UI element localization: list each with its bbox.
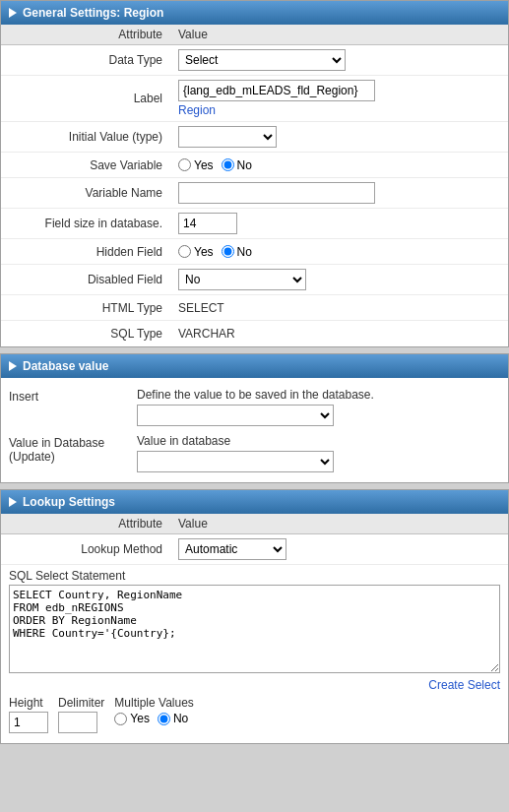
hidden-field-row: Hidden Field Yes No: [1, 239, 508, 265]
height-label: Height: [9, 696, 48, 710]
lookup-settings-body: Attribute Value Lookup Method Automatic …: [1, 514, 508, 743]
database-value-section: Database value Insert Define the value t…: [0, 353, 509, 483]
insert-label: Insert: [9, 388, 137, 404]
bottom-row: Height Delimiter Multiple Values Yes: [1, 692, 508, 737]
disabled-field-select[interactable]: No Yes: [178, 269, 306, 290]
lookup-method-col: Automatic Manual: [178, 538, 508, 560]
value-in-db-select[interactable]: [137, 451, 334, 472]
label-link[interactable]: Region: [178, 103, 216, 117]
save-variable-radio-group: Yes No: [178, 158, 500, 172]
lookup-attribute-col-header: Attribute: [1, 517, 178, 531]
general-settings-title: General Settings: Region: [23, 6, 163, 20]
database-value-title: Database value: [23, 359, 108, 373]
general-settings-header: General Settings: Region: [1, 1, 508, 25]
database-value-body: Insert Define the value to be saved in t…: [1, 378, 508, 482]
hidden-field-radio-group: Yes No: [178, 245, 500, 259]
field-size-label: Field size in database.: [1, 217, 178, 230]
lookup-method-row: Lookup Method Automatic Manual: [1, 534, 508, 565]
multiple-values-yes-label[interactable]: Yes: [114, 712, 150, 725]
insert-row: Insert Define the value to be saved in t…: [9, 384, 500, 430]
lookup-value-col-header: Value: [178, 517, 508, 531]
variable-name-input[interactable]: [178, 182, 375, 204]
attribute-col-header: Attribute: [1, 28, 178, 41]
field-size-col: [178, 213, 508, 234]
save-variable-label: Save Variable: [1, 158, 178, 172]
general-settings-section: General Settings: Region Attribute Value…: [0, 0, 509, 347]
data-type-label: Data Type: [1, 53, 178, 67]
multiple-values-col: Multiple Values Yes No: [114, 696, 193, 725]
lookup-expand-icon: [9, 497, 17, 507]
expand-icon: [9, 8, 17, 18]
html-type-label: HTML Type: [1, 301, 178, 315]
lookup-method-select[interactable]: Automatic Manual: [178, 538, 286, 560]
value-in-db-label: Value in Database (Update): [9, 434, 137, 464]
sql-type-row: SQL Type VARCHAR: [1, 321, 508, 346]
save-variable-row: Save Variable Yes No: [1, 153, 508, 178]
sql-type-col: VARCHAR: [178, 327, 508, 341]
initial-value-col: [178, 126, 508, 148]
field-size-row: Field size in database.: [1, 209, 508, 239]
delimiter-col: Delimiter: [58, 696, 104, 733]
label-label: Label: [1, 92, 178, 105]
sql-type-value: VARCHAR: [178, 327, 235, 341]
disabled-field-col: No Yes: [178, 269, 508, 290]
db-expand-icon: [9, 361, 17, 371]
variable-name-label: Variable Name: [1, 186, 178, 200]
hidden-field-label: Hidden Field: [1, 245, 178, 259]
variable-name-row: Variable Name: [1, 178, 508, 209]
data-type-value: Select Text Textarea Checkbox Radio Hidd…: [178, 49, 508, 71]
html-type-row: HTML Type SELECT: [1, 295, 508, 321]
lookup-settings-title: Lookup Settings: [23, 495, 115, 509]
sql-type-label: SQL Type: [1, 327, 178, 341]
multiple-values-no-label[interactable]: No: [158, 712, 188, 725]
delimiter-label: Delimiter: [58, 696, 104, 710]
multiple-values-yes-radio[interactable]: [114, 713, 127, 725]
lookup-col-headers: Attribute Value: [1, 514, 508, 534]
html-type-value: SELECT: [178, 301, 224, 315]
data-type-select[interactable]: Select Text Textarea Checkbox Radio Hidd…: [178, 49, 346, 71]
multiple-values-label: Multiple Values: [114, 696, 193, 710]
general-col-headers: Attribute Value: [1, 25, 508, 45]
initial-value-select[interactable]: [178, 126, 277, 148]
save-variable-no-radio[interactable]: [222, 158, 234, 171]
save-variable-col: Yes No: [178, 158, 508, 172]
sql-select-label-row: SQL Select Statement: [1, 565, 508, 585]
save-variable-yes-label[interactable]: Yes: [178, 158, 214, 172]
value-in-db-sublabel: Value in database: [137, 434, 500, 448]
initial-value-row: Initial Value (type): [1, 122, 508, 153]
variable-name-col: [178, 182, 508, 204]
delimiter-input[interactable]: [58, 712, 97, 733]
hidden-field-no-radio[interactable]: [222, 245, 234, 258]
html-type-col: SELECT: [178, 301, 508, 315]
sql-textarea[interactable]: SELECT Country, RegionName FROM edb_nREG…: [9, 585, 500, 673]
hidden-field-no-label[interactable]: No: [222, 245, 252, 259]
create-select-link[interactable]: Create Select: [1, 678, 508, 692]
save-variable-yes-radio[interactable]: [178, 158, 191, 171]
lookup-method-label: Lookup Method: [1, 542, 178, 556]
multiple-values-no-radio[interactable]: [158, 713, 170, 725]
lookup-settings-section: Lookup Settings Attribute Value Lookup M…: [0, 489, 509, 744]
height-col: Height: [9, 696, 48, 733]
database-value-header: Database value: [1, 354, 508, 378]
value-in-db-value-col: Value in database: [137, 434, 500, 472]
insert-select[interactable]: [137, 405, 334, 426]
field-size-input[interactable]: [178, 213, 237, 234]
lookup-settings-header: Lookup Settings: [1, 490, 508, 514]
label-value-col: Region: [178, 80, 508, 117]
disabled-field-label: Disabled Field: [1, 273, 178, 286]
value-col-header: Value: [178, 28, 508, 41]
insert-value-col: Define the value to be saved in the data…: [137, 388, 500, 426]
height-input[interactable]: [9, 712, 48, 733]
hidden-field-col: Yes No: [178, 245, 508, 259]
label-input[interactable]: [178, 80, 375, 101]
multiple-values-radio-group: Yes No: [114, 712, 193, 725]
save-variable-no-label[interactable]: No: [222, 158, 252, 172]
hidden-field-yes-radio[interactable]: [178, 245, 191, 258]
disabled-field-row: Disabled Field No Yes: [1, 265, 508, 295]
sql-select-label: SQL Select Statement: [9, 569, 125, 583]
data-type-row: Data Type Select Text Textarea Checkbox …: [1, 45, 508, 76]
insert-desc: Define the value to be saved in the data…: [137, 388, 500, 402]
hidden-field-yes-label[interactable]: Yes: [178, 245, 214, 259]
label-row: Label Region: [1, 76, 508, 122]
value-in-db-row: Value in Database (Update) Value in data…: [9, 430, 500, 476]
